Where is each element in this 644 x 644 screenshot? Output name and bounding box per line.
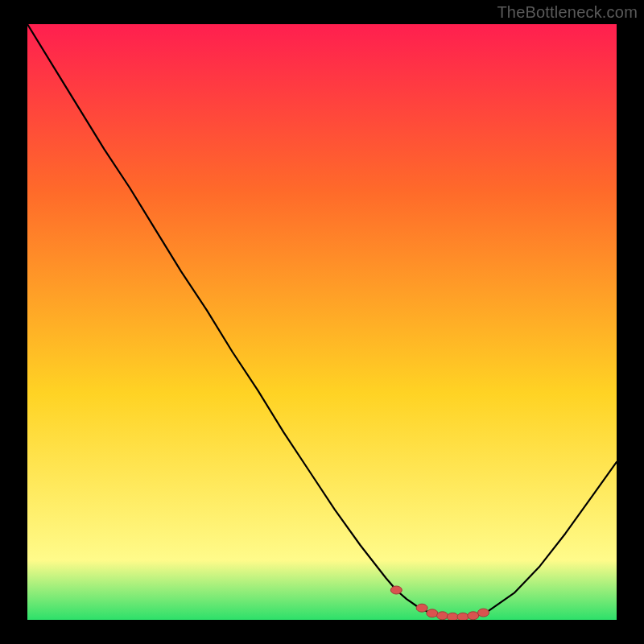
curve-marker	[468, 612, 479, 620]
watermark-text: TheBottleneck.com	[497, 3, 638, 22]
gradient-background	[27, 24, 617, 620]
curve-marker	[437, 612, 448, 620]
curve-marker	[390, 586, 402, 594]
chart-frame: TheBottleneck.com	[0, 0, 644, 644]
curve-marker	[447, 613, 458, 620]
plot-area	[27, 24, 617, 620]
curve-marker	[457, 613, 469, 620]
curve-marker	[416, 604, 427, 612]
curve-marker	[427, 609, 438, 617]
chart-svg	[27, 24, 617, 620]
curve-marker	[478, 609, 489, 617]
